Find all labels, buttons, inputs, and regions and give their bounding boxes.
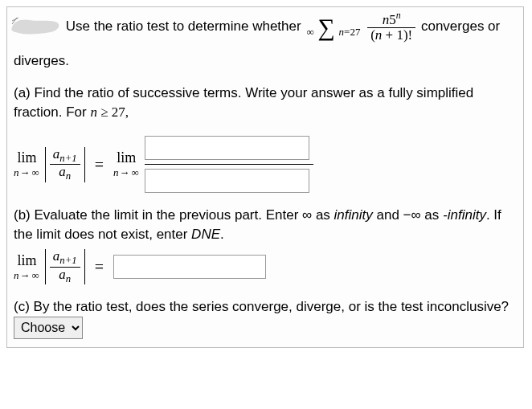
abs-bars-b: an+1 an: [45, 249, 85, 284]
conclusion-select[interactable]: Choose: [14, 317, 83, 339]
part-b-text2: and −∞ as: [373, 207, 443, 223]
infinity-word: infinity: [334, 207, 373, 223]
neg-infinity-word: -infinity: [443, 207, 486, 223]
part-c: (c) By the ratio test, does the series c…: [14, 297, 517, 339]
fraction-bar: [145, 164, 313, 165]
limit-left: lim n→∞: [14, 150, 40, 178]
abs-bars: an+1 an: [45, 147, 85, 182]
sum-upper: ∞: [306, 26, 313, 38]
series-term-fraction: n5n (n + 1)!: [367, 10, 415, 43]
sum-lower: n=27: [339, 26, 361, 38]
equals-sign-b: =: [90, 256, 108, 278]
part-c-prompt: (c) By the ratio test, does the series c…: [14, 299, 509, 314]
part-b-text4: .: [220, 227, 224, 242]
ratio-fraction-b: an+1 an: [50, 249, 80, 284]
intro-tail2: diverges.: [14, 51, 517, 71]
part-a-prompt: (a) Find the ratio of successive terms. …: [14, 85, 473, 120]
limit-right: lim n→∞: [113, 150, 140, 178]
part-b-equation: lim n→∞ an+1 an =: [14, 249, 517, 284]
sigma-icon: ∑: [317, 14, 334, 40]
limit-b: lim n→∞: [14, 253, 40, 281]
redaction-blob: [14, 18, 60, 37]
part-a-equation: lim n→∞ an+1 an = lim n→∞: [14, 136, 517, 193]
equals-sign: =: [90, 153, 108, 176]
intro-lead: Use the ratio test to determine whether: [66, 18, 301, 34]
intro-block: Use the ratio test to determine whether …: [14, 10, 517, 71]
fraction-inputs: [145, 136, 313, 193]
denominator-input[interactable]: [145, 169, 309, 193]
problem-card: Use the ratio test to determine whether …: [6, 6, 524, 348]
ratio-fraction: an+1 an: [50, 147, 80, 182]
fraction-denominator: (n + 1)!: [367, 28, 415, 43]
sigma-notation: ∞ ∑ n=27: [306, 16, 360, 38]
numerator-input[interactable]: [145, 136, 309, 160]
limit-value-input[interactable]: [113, 255, 266, 279]
part-a: (a) Find the ratio of successive terms. …: [14, 84, 517, 194]
intro-tail1: converges or: [421, 18, 500, 34]
dne-word: DNE: [191, 227, 220, 242]
part-b: (b) Evaluate the limit in the previous p…: [14, 206, 517, 284]
fraction-numerator: n5n: [367, 10, 415, 28]
part-b-text1: (b) Evaluate the limit in the previous p…: [14, 207, 334, 223]
